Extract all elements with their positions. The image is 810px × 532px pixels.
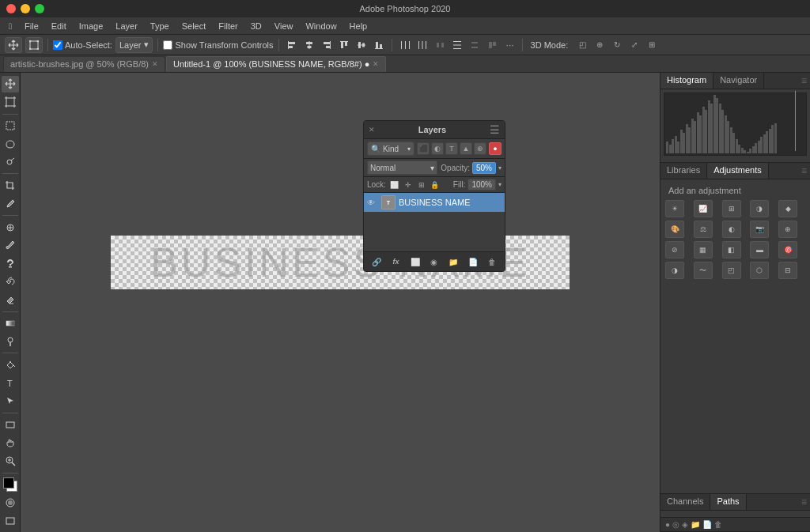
tab-histogram[interactable]: Histogram	[660, 73, 713, 89]
hand-tool[interactable]	[2, 435, 19, 451]
path-select-tool[interactable]	[2, 393, 19, 409]
adj-exposure-icon[interactable]: ◑	[750, 200, 769, 217]
adj-colorlookup-icon[interactable]: ◰	[722, 262, 741, 279]
new-layer-icon[interactable]: 📄	[466, 255, 480, 269]
eyedropper-tool[interactable]	[2, 195, 19, 212]
pixel-filter-icon[interactable]: ⬛	[417, 142, 430, 155]
smart-filter-icon[interactable]: ⊕	[474, 142, 486, 155]
blend-mode-dropdown[interactable]: Normal ▾	[367, 160, 437, 175]
maximize-button[interactable]	[35, 4, 44, 13]
type-tool[interactable]: T	[2, 375, 19, 391]
doc-tab-artistic[interactable]: artistic-brushes.jpg @ 50% (RGB/8) ✕	[3, 56, 165, 72]
dist-mid-icon[interactable]	[467, 37, 483, 53]
delete-layer-icon[interactable]: 🗑	[485, 255, 499, 269]
adj-selective-icon[interactable]: 🎯	[778, 241, 797, 258]
adj-levels-icon[interactable]: ⊞	[722, 200, 741, 217]
adj-filter-icon[interactable]: ◐	[431, 142, 444, 155]
auto-select-checkbox[interactable]	[53, 40, 62, 50]
foreground-color[interactable]	[2, 476, 19, 492]
screen-mode-tool[interactable]	[2, 512, 19, 529]
layer-dropdown[interactable]: Layer ▾	[115, 37, 153, 53]
history-brush-tool[interactable]	[2, 274, 19, 290]
align-left-edges-icon[interactable]	[284, 37, 300, 53]
pen-tool[interactable]	[2, 357, 19, 373]
close-button[interactable]	[6, 4, 16, 13]
channels-folder-icon[interactable]: 📁	[691, 520, 700, 529]
adj-curves-icon[interactable]: 📈	[694, 200, 713, 217]
adj-colorbalance-icon[interactable]: ⚖	[694, 221, 713, 238]
adj-levels2-icon[interactable]: ⬡	[750, 262, 769, 279]
adj-curves2-icon[interactable]: 〜	[694, 262, 713, 279]
gradient-tool[interactable]	[2, 315, 19, 332]
menu-help[interactable]: Help	[344, 20, 373, 32]
menu-layer[interactable]: Layer	[110, 20, 143, 32]
fill-input[interactable]: 100%	[467, 179, 496, 191]
adj-photofilter-icon[interactable]: 📷	[750, 221, 769, 238]
menu-apple[interactable]: 	[3, 20, 17, 32]
add-mask-icon[interactable]: ⬜	[408, 255, 422, 269]
dist-center-icon[interactable]	[414, 37, 430, 53]
align-centers-h-icon[interactable]	[301, 37, 317, 53]
minimize-button[interactable]	[21, 4, 30, 13]
eraser-tool[interactable]	[2, 292, 19, 308]
adj-threshold-icon[interactable]: ◧	[722, 241, 741, 258]
artboard-tool[interactable]	[2, 94, 19, 111]
histogram-panel-menu[interactable]: ≡	[798, 73, 810, 89]
tab-navigator[interactable]: Navigator	[713, 73, 764, 89]
menu-select[interactable]: Select	[176, 20, 212, 32]
align-right-edges-icon[interactable]	[319, 37, 335, 53]
opacity-input[interactable]: 50%	[472, 162, 496, 174]
layer-fx-icon[interactable]: fx	[388, 255, 403, 269]
layer-link-icon[interactable]: 🔗	[369, 255, 384, 269]
tab-paths[interactable]: Paths	[710, 494, 746, 510]
channels-panel-menu[interactable]: ≡	[798, 494, 810, 510]
menu-file[interactable]: File	[19, 20, 44, 32]
dist-top-icon[interactable]	[449, 37, 465, 53]
3d-mode4-icon[interactable]: ⤢	[626, 37, 642, 53]
3d-mode3-icon[interactable]: ↻	[609, 37, 625, 53]
tab-adjustments[interactable]: Adjustments	[707, 163, 769, 179]
tab-libraries[interactable]: Libraries	[660, 163, 707, 179]
lock-pixels-icon[interactable]: ⬜	[389, 179, 400, 191]
marquee-tool[interactable]	[2, 118, 19, 134]
3d-mode5-icon[interactable]: ⊞	[644, 37, 660, 53]
layer-item-business-name[interactable]: 👁 T BUSINESS NAME	[364, 193, 505, 212]
align-bottom-edges-icon[interactable]	[371, 37, 387, 53]
lock-all-icon[interactable]: 🔒	[430, 179, 441, 191]
layers-panel-close[interactable]: ✕	[369, 126, 375, 134]
shape-filter-icon[interactable]: ▲	[460, 142, 472, 155]
channels-new-icon[interactable]: 📄	[702, 520, 712, 529]
rect-shape-tool[interactable]	[2, 417, 19, 433]
menu-view[interactable]: View	[269, 20, 299, 32]
lock-position-icon[interactable]: ✛	[403, 179, 414, 191]
adj-gradmap-icon[interactable]: ▬	[750, 241, 769, 258]
menu-type[interactable]: Type	[145, 20, 175, 32]
stamp-tool[interactable]	[2, 255, 19, 272]
adj-invert-icon[interactable]: ⊘	[665, 241, 684, 258]
channels-trash-icon[interactable]: 🗑	[714, 520, 722, 529]
dodge-tool[interactable]	[2, 333, 19, 349]
menu-image[interactable]: Image	[74, 20, 109, 32]
menu-filter[interactable]: Filter	[213, 20, 243, 32]
dist-bot-icon[interactable]	[484, 37, 500, 53]
doc-tab-untitled[interactable]: Untitled-1 @ 100% (BUSINESS NAME, RGB/8#…	[166, 56, 386, 72]
channels-circle-icon[interactable]: ●	[665, 520, 670, 529]
adj-blackwhite-icon[interactable]: ◐	[722, 221, 741, 238]
lasso-tool[interactable]	[2, 136, 19, 153]
align-top-edges-icon[interactable]	[336, 37, 352, 53]
more-options-button[interactable]: ···	[503, 40, 517, 51]
menu-3d[interactable]: 3D	[245, 20, 267, 32]
quick-mask-tool[interactable]	[2, 494, 19, 511]
layers-panel-menu-icon[interactable]: ☰	[490, 123, 500, 136]
transform-icon[interactable]	[25, 37, 43, 53]
3d-mode2-icon[interactable]: ⊕	[592, 37, 608, 53]
adj-brightness-icon[interactable]: ☀	[665, 200, 684, 217]
quick-select-tool[interactable]	[2, 154, 19, 171]
dist-right-icon[interactable]	[432, 37, 448, 53]
menu-edit[interactable]: Edit	[46, 20, 72, 32]
align-middle-v-icon[interactable]	[354, 37, 369, 53]
lock-artboard-icon[interactable]: ⊞	[416, 179, 427, 191]
adj-channel-mixer-icon[interactable]: ⊕	[778, 221, 797, 238]
adj-posterize-icon[interactable]: ▦	[694, 241, 713, 258]
brush-tool[interactable]	[2, 237, 19, 254]
